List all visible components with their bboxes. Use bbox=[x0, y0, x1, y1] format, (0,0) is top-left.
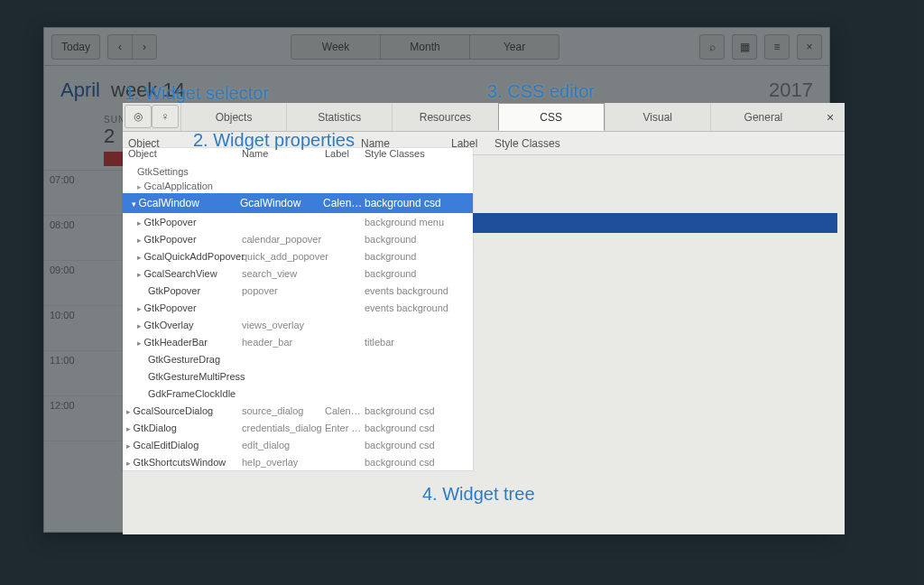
tab-css[interactable]: CSS bbox=[498, 103, 605, 131]
col-style: Style Classes bbox=[494, 137, 560, 150]
annotation-3: 3. CSS editor bbox=[487, 81, 595, 102]
tree-pre-rows: GtkSettings GcalApplication bbox=[123, 161, 473, 193]
cell-name: views_overlay bbox=[242, 320, 325, 330]
inspector-tools: ◎ ♀ bbox=[123, 103, 180, 131]
tree-row[interactable]: GtkPopoverbackground menu bbox=[123, 213, 473, 230]
cell-object: GtkOverlay bbox=[123, 320, 242, 330]
tree-row[interactable]: GtkOverlayviews_overlay bbox=[123, 316, 473, 333]
tree-row[interactable]: GtkGestureMultiPress bbox=[123, 367, 473, 385]
tree-row[interactable]: GtkPopovercalendar_popoverbackground bbox=[123, 230, 473, 247]
cell-name: calendar_popover bbox=[242, 234, 325, 245]
cell-style: events background bbox=[365, 302, 448, 313]
tab-objects[interactable]: Objects bbox=[180, 103, 286, 131]
bulb-icon: ♀ bbox=[162, 110, 170, 123]
cell-name: header_bar bbox=[242, 337, 325, 348]
tree-row[interactable]: GtkDialogcredentials_dialogEnter …backgr… bbox=[123, 419, 473, 436]
tree-row[interactable]: GtkSettings bbox=[123, 164, 473, 179]
annotation-4: 4. Widget tree bbox=[422, 484, 535, 505]
cell-name: help_overlay bbox=[242, 457, 325, 468]
cell-style: background csd bbox=[365, 457, 435, 468]
tree-row[interactable]: GdkFrameClockIdle bbox=[123, 385, 473, 402]
tree-row[interactable]: GtkHeaderBarheader_bartitlebar bbox=[123, 333, 473, 350]
cell-object: GtkPopover bbox=[123, 217, 242, 228]
cell-object: GtkPopover bbox=[123, 285, 242, 296]
cell-name: edit_dialog bbox=[242, 440, 325, 450]
cell-label: Calen… bbox=[325, 405, 365, 416]
inspector-tabs: Objects Statistics Resources CSS Visual … bbox=[180, 103, 816, 131]
tree-row[interactable]: GtkPopoverpopoverevents background bbox=[123, 282, 473, 299]
cell-name: popover bbox=[242, 285, 325, 296]
cell-object: GdkFrameClockIdle bbox=[123, 388, 242, 399]
tree-row[interactable]: GtkPopoverevents background bbox=[123, 299, 473, 316]
tree-row[interactable]: GcalEditDialogedit_dialogbackground csd bbox=[123, 436, 473, 453]
inspector-header: ◎ ♀ Objects Statistics Resources CSS Vis… bbox=[123, 103, 845, 132]
tree-row[interactable]: GcalQuickAddPopoverquick_add_popoverback… bbox=[123, 247, 473, 265]
cell-name: credentials_dialog bbox=[242, 422, 325, 433]
cell-label: Enter … bbox=[325, 422, 365, 433]
cell-object: GcalWindow bbox=[123, 197, 240, 209]
cell-object: GtkShortcutsWindow bbox=[123, 457, 242, 468]
cell-name: search_view bbox=[242, 268, 325, 279]
cell-style: background bbox=[365, 251, 417, 262]
cell-object: GtkPopover bbox=[123, 302, 242, 313]
cell-object: GcalEditDialog bbox=[123, 440, 242, 450]
cell-name: GcalWindow bbox=[240, 197, 323, 209]
cell-name: source_dialog bbox=[242, 405, 325, 416]
tree-row[interactable]: GcalSearchViewsearch_viewbackground bbox=[123, 265, 473, 282]
flash-widget-button[interactable]: ♀ bbox=[152, 105, 179, 128]
cell-style: background menu bbox=[365, 217, 444, 228]
target-icon: ◎ bbox=[134, 110, 143, 123]
cell-object: GcalSearchView bbox=[123, 268, 242, 279]
tree-row-selected[interactable]: GcalWindow GcalWindow Calen… background … bbox=[123, 193, 473, 213]
cell-object: GtkPopover bbox=[123, 234, 242, 245]
tab-general[interactable]: General bbox=[710, 103, 816, 131]
tree-row[interactable]: GtkShortcutsWindowhelp_overlaybackground… bbox=[123, 453, 473, 470]
inspector-close-button[interactable]: × bbox=[816, 103, 845, 131]
tab-resources[interactable]: Resources bbox=[392, 103, 497, 131]
cell-object: GcalSourceDialog bbox=[123, 405, 242, 416]
tree-row[interactable]: GtkGestureDrag bbox=[123, 350, 473, 367]
gtk-inspector-window: ◎ ♀ Objects Statistics Resources CSS Vis… bbox=[123, 103, 845, 534]
cell-label: Calen… bbox=[323, 197, 365, 209]
tab-statistics[interactable]: Statistics bbox=[286, 103, 392, 131]
tree-children: GtkPopoverbackground menuGtkPopovercalen… bbox=[123, 213, 473, 470]
annotation-1: 1. Widget selector bbox=[125, 83, 269, 104]
cell-object: GtkGestureDrag bbox=[123, 354, 242, 365]
cell-style: titlebar bbox=[365, 337, 394, 348]
cell-style: background csd bbox=[365, 440, 435, 450]
selection-extension bbox=[473, 213, 837, 233]
col-style: Style Classes bbox=[365, 148, 425, 159]
cell-style: events background bbox=[365, 285, 448, 296]
tree-row[interactable]: GcalSourceDialogsource_dialogCalen…backg… bbox=[123, 402, 473, 419]
cell-style: background csd bbox=[365, 197, 441, 209]
cell-object: GtkGestureMultiPress bbox=[123, 371, 242, 382]
cell-style: background csd bbox=[365, 405, 435, 416]
cell-name: quick_add_popover bbox=[242, 251, 325, 262]
widget-picker-button[interactable]: ◎ bbox=[125, 105, 152, 128]
cell-style: background bbox=[365, 268, 417, 279]
annotation-2: 2. Widget properties bbox=[193, 130, 355, 151]
close-icon: × bbox=[827, 110, 834, 125]
cell-style: background csd bbox=[365, 422, 435, 433]
widget-tree-panel: Object Name Label Style Classes GtkSetti… bbox=[123, 148, 473, 470]
cell-object: GtkDialog bbox=[123, 422, 242, 433]
cell-object: GtkHeaderBar bbox=[123, 337, 242, 348]
tree-row[interactable]: GcalApplication bbox=[123, 179, 473, 193]
cell-object: GcalQuickAddPopover bbox=[123, 251, 242, 262]
tab-visual[interactable]: Visual bbox=[605, 103, 710, 131]
cell-style: background bbox=[365, 234, 417, 245]
